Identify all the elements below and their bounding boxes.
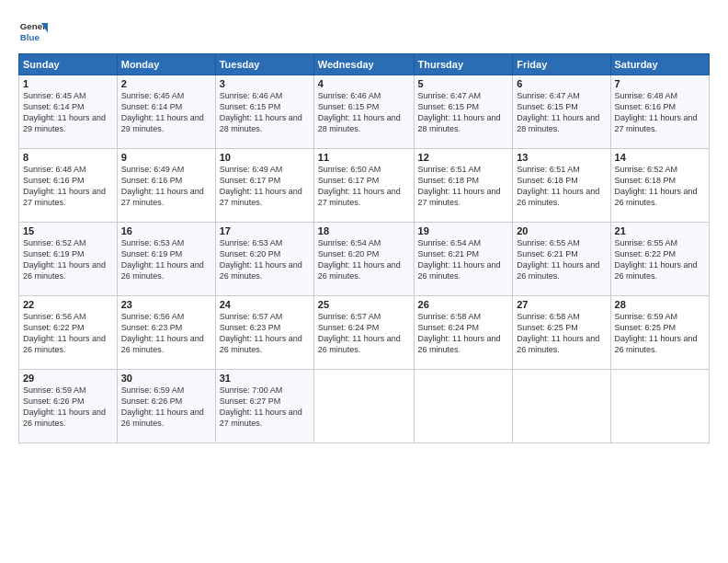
day-of-week-header: Thursday xyxy=(414,54,513,75)
empty-cell xyxy=(513,370,610,443)
day-info: Sunrise: 6:51 AMSunset: 6:18 PMDaylight:… xyxy=(517,165,599,207)
day-number: 19 xyxy=(418,225,509,236)
day-info: Sunrise: 6:52 AMSunset: 6:19 PMDaylight:… xyxy=(23,238,106,281)
calendar-day-cell: 22 Sunrise: 6:56 AMSunset: 6:22 PMDaylig… xyxy=(19,296,118,370)
day-number: 12 xyxy=(418,152,509,163)
day-info: Sunrise: 6:57 AMSunset: 6:24 PMDaylight:… xyxy=(318,312,401,354)
calendar-day-cell: 3 Sunrise: 6:46 AMSunset: 6:15 PMDayligh… xyxy=(215,75,313,149)
day-info: Sunrise: 6:45 AMSunset: 6:14 PMDaylight:… xyxy=(121,91,204,133)
calendar-day-cell: 18 Sunrise: 6:54 AMSunset: 6:20 PMDaylig… xyxy=(313,223,414,296)
calendar-day-cell: 23 Sunrise: 6:56 AMSunset: 6:23 PMDaylig… xyxy=(117,296,215,370)
calendar-day-cell: 28 Sunrise: 6:59 AMSunset: 6:25 PMDaylig… xyxy=(610,296,709,370)
calendar-day-cell: 24 Sunrise: 6:57 AMSunset: 6:23 PMDaylig… xyxy=(215,296,313,370)
calendar-day-cell: 21 Sunrise: 6:55 AMSunset: 6:22 PMDaylig… xyxy=(610,223,709,296)
day-info: Sunrise: 6:58 AMSunset: 6:24 PMDaylight:… xyxy=(418,312,501,354)
day-number: 15 xyxy=(23,225,113,236)
svg-text:Blue: Blue xyxy=(20,32,40,42)
calendar-day-cell: 31 Sunrise: 7:00 AMSunset: 6:27 PMDaylig… xyxy=(215,370,313,443)
day-number: 29 xyxy=(23,373,113,384)
day-info: Sunrise: 6:59 AMSunset: 6:26 PMDaylight:… xyxy=(121,385,204,428)
day-info: Sunrise: 6:50 AMSunset: 6:17 PMDaylight:… xyxy=(318,165,401,207)
calendar-day-cell: 7 Sunrise: 6:48 AMSunset: 6:16 PMDayligh… xyxy=(610,75,709,149)
day-number: 18 xyxy=(318,225,410,236)
day-info: Sunrise: 6:56 AMSunset: 6:22 PMDaylight:… xyxy=(23,312,106,354)
day-info: Sunrise: 6:47 AMSunset: 6:15 PMDaylight:… xyxy=(517,91,599,133)
day-info: Sunrise: 6:55 AMSunset: 6:22 PMDaylight:… xyxy=(615,238,698,281)
day-number: 23 xyxy=(121,299,211,310)
day-info: Sunrise: 6:49 AMSunset: 6:16 PMDaylight:… xyxy=(121,165,204,207)
day-number: 16 xyxy=(121,225,211,236)
logo: General Blue xyxy=(18,17,48,46)
day-number: 6 xyxy=(517,78,606,89)
day-info: Sunrise: 6:46 AMSunset: 6:15 PMDaylight:… xyxy=(318,91,401,133)
empty-cell xyxy=(313,370,414,443)
day-of-week-header: Sunday xyxy=(19,54,118,75)
calendar-day-cell: 4 Sunrise: 6:46 AMSunset: 6:15 PMDayligh… xyxy=(313,75,414,149)
day-of-week-header: Wednesday xyxy=(313,54,414,75)
day-number: 26 xyxy=(418,299,509,310)
calendar-day-cell: 15 Sunrise: 6:52 AMSunset: 6:19 PMDaylig… xyxy=(19,223,118,296)
day-info: Sunrise: 6:52 AMSunset: 6:18 PMDaylight:… xyxy=(615,165,698,207)
day-info: Sunrise: 6:55 AMSunset: 6:21 PMDaylight:… xyxy=(517,238,599,281)
calendar-day-cell: 16 Sunrise: 6:53 AMSunset: 6:19 PMDaylig… xyxy=(117,223,215,296)
day-of-week-header: Monday xyxy=(117,54,215,75)
day-number: 8 xyxy=(23,152,113,163)
day-number: 14 xyxy=(615,152,705,163)
day-info: Sunrise: 6:54 AMSunset: 6:21 PMDaylight:… xyxy=(418,238,501,281)
calendar-day-cell: 25 Sunrise: 6:57 AMSunset: 6:24 PMDaylig… xyxy=(313,296,414,370)
calendar-day-cell: 12 Sunrise: 6:51 AMSunset: 6:18 PMDaylig… xyxy=(414,149,513,223)
day-info: Sunrise: 6:51 AMSunset: 6:18 PMDaylight:… xyxy=(418,165,501,207)
day-info: Sunrise: 6:59 AMSunset: 6:25 PMDaylight:… xyxy=(615,312,698,354)
calendar-day-cell: 10 Sunrise: 6:49 AMSunset: 6:17 PMDaylig… xyxy=(215,149,313,223)
day-info: Sunrise: 7:00 AMSunset: 6:27 PMDaylight:… xyxy=(220,385,302,428)
day-number: 2 xyxy=(121,78,211,89)
day-number: 17 xyxy=(220,225,310,236)
day-number: 30 xyxy=(121,373,211,384)
day-of-week-header: Friday xyxy=(513,54,610,75)
day-number: 24 xyxy=(220,299,310,310)
calendar-day-cell: 29 Sunrise: 6:59 AMSunset: 6:26 PMDaylig… xyxy=(19,370,118,443)
calendar-day-cell: 27 Sunrise: 6:58 AMSunset: 6:25 PMDaylig… xyxy=(513,296,610,370)
day-number: 31 xyxy=(220,373,310,384)
day-number: 1 xyxy=(23,78,113,89)
day-of-week-header: Saturday xyxy=(610,54,709,75)
empty-cell xyxy=(610,370,709,443)
day-info: Sunrise: 6:48 AMSunset: 6:16 PMDaylight:… xyxy=(615,91,698,133)
empty-cell xyxy=(414,370,513,443)
day-info: Sunrise: 6:53 AMSunset: 6:20 PMDaylight:… xyxy=(220,238,302,281)
calendar-day-cell: 8 Sunrise: 6:48 AMSunset: 6:16 PMDayligh… xyxy=(19,149,118,223)
day-info: Sunrise: 6:53 AMSunset: 6:19 PMDaylight:… xyxy=(121,238,204,281)
calendar-day-cell: 17 Sunrise: 6:53 AMSunset: 6:20 PMDaylig… xyxy=(215,223,313,296)
calendar-day-cell: 14 Sunrise: 6:52 AMSunset: 6:18 PMDaylig… xyxy=(610,149,709,223)
calendar-day-cell: 2 Sunrise: 6:45 AMSunset: 6:14 PMDayligh… xyxy=(117,75,215,149)
day-number: 11 xyxy=(318,152,410,163)
day-number: 13 xyxy=(517,152,606,163)
day-number: 28 xyxy=(615,299,705,310)
day-number: 7 xyxy=(615,78,705,89)
calendar-day-cell: 5 Sunrise: 6:47 AMSunset: 6:15 PMDayligh… xyxy=(414,75,513,149)
day-number: 22 xyxy=(23,299,113,310)
calendar: SundayMondayTuesdayWednesdayThursdayFrid… xyxy=(18,53,710,443)
day-number: 27 xyxy=(517,299,606,310)
day-number: 10 xyxy=(220,152,310,163)
calendar-day-cell: 26 Sunrise: 6:58 AMSunset: 6:24 PMDaylig… xyxy=(414,296,513,370)
day-info: Sunrise: 6:57 AMSunset: 6:23 PMDaylight:… xyxy=(220,312,302,354)
calendar-day-cell: 9 Sunrise: 6:49 AMSunset: 6:16 PMDayligh… xyxy=(117,149,215,223)
day-info: Sunrise: 6:48 AMSunset: 6:16 PMDaylight:… xyxy=(23,165,106,207)
calendar-day-cell: 6 Sunrise: 6:47 AMSunset: 6:15 PMDayligh… xyxy=(513,75,610,149)
calendar-day-cell: 11 Sunrise: 6:50 AMSunset: 6:17 PMDaylig… xyxy=(313,149,414,223)
day-info: Sunrise: 6:45 AMSunset: 6:14 PMDaylight:… xyxy=(23,91,106,133)
day-info: Sunrise: 6:49 AMSunset: 6:17 PMDaylight:… xyxy=(220,165,302,207)
calendar-day-cell: 1 Sunrise: 6:45 AMSunset: 6:14 PMDayligh… xyxy=(19,75,118,149)
day-number: 4 xyxy=(318,78,410,89)
day-number: 5 xyxy=(418,78,509,89)
day-number: 21 xyxy=(615,225,705,236)
day-number: 9 xyxy=(121,152,211,163)
day-number: 20 xyxy=(517,225,606,236)
day-info: Sunrise: 6:47 AMSunset: 6:15 PMDaylight:… xyxy=(418,91,501,133)
day-info: Sunrise: 6:54 AMSunset: 6:20 PMDaylight:… xyxy=(318,238,401,281)
day-number: 25 xyxy=(318,299,410,310)
day-of-week-header: Tuesday xyxy=(215,54,313,75)
day-info: Sunrise: 6:46 AMSunset: 6:15 PMDaylight:… xyxy=(220,91,302,133)
calendar-day-cell: 19 Sunrise: 6:54 AMSunset: 6:21 PMDaylig… xyxy=(414,223,513,296)
